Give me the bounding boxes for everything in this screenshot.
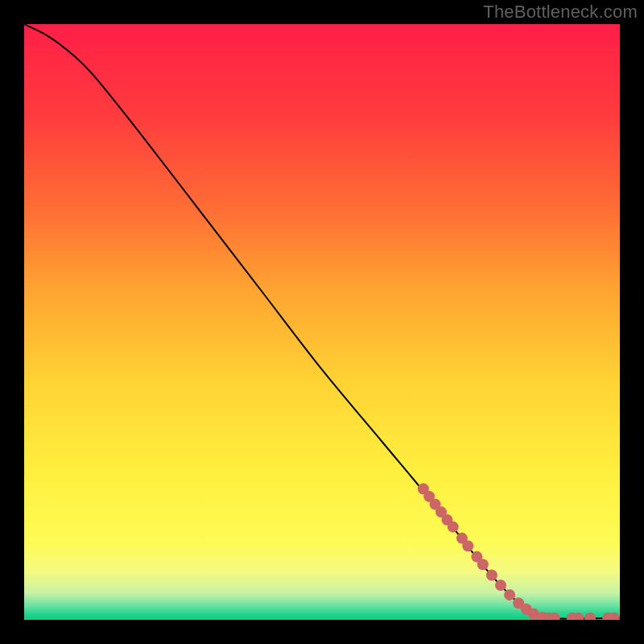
gradient-background bbox=[24, 24, 620, 620]
plot-area bbox=[24, 24, 620, 620]
watermark-text: TheBottleneck.com bbox=[483, 2, 638, 23]
scatter-point bbox=[495, 580, 506, 591]
scatter-point bbox=[462, 540, 473, 551]
scatter-point bbox=[504, 589, 515, 601]
chart-frame: TheBottleneck.com bbox=[0, 0, 644, 644]
scatter-point bbox=[477, 559, 489, 570]
scatter-point bbox=[486, 570, 497, 581]
scatter-point bbox=[448, 522, 459, 533]
chart-svg bbox=[24, 24, 620, 620]
